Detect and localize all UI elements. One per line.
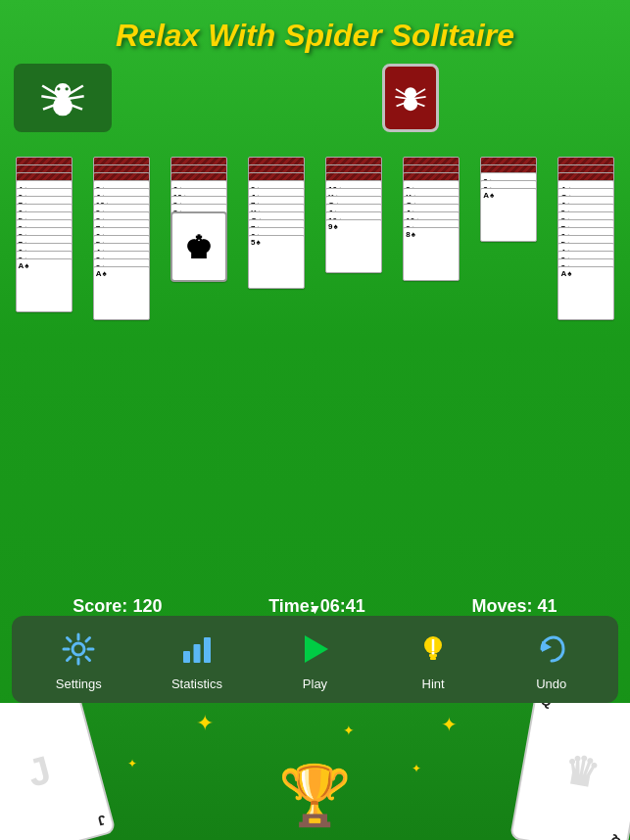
king-card[interactable]: ♚ — [170, 211, 227, 282]
settings-label: Settings — [56, 677, 102, 691]
svg-rect-25 — [430, 657, 436, 660]
spider-logo-green — [14, 64, 112, 132]
column-1: 4 3 7 6 5 9 8 7 6 2 A — [6, 157, 81, 387]
page-title: Relax With Spider Solitaire — [0, 0, 630, 64]
star-decoration: ✦ — [127, 757, 137, 770]
column-5: 10 K Q J 10 9 — [316, 157, 392, 387]
svg-point-9 — [66, 87, 69, 90]
undo-icon — [530, 628, 573, 671]
svg-point-8 — [57, 87, 60, 90]
undo-label: Undo — [536, 677, 566, 691]
settings-button[interactable]: Settings — [49, 628, 108, 691]
svg-rect-19 — [183, 651, 190, 663]
card-last[interactable]: 5 — [248, 235, 305, 289]
play-label: Play — [303, 677, 327, 691]
play-button[interactable]: Play — [285, 628, 344, 691]
svg-rect-20 — [193, 644, 200, 663]
spider-icon-green — [38, 73, 87, 122]
settings-icon — [57, 628, 100, 671]
column-6: 9 K Q J 10 9 8 — [394, 157, 469, 387]
card-last[interactable]: A — [480, 188, 537, 242]
spider-logo-red — [382, 64, 439, 132]
svg-point-27 — [432, 652, 435, 655]
statistics-button[interactable]: Statistics — [168, 628, 226, 691]
card-table: 4 3 7 6 5 9 8 7 6 2 A 8 J 10 9 — [6, 157, 624, 387]
statistics-label: Statistics — [171, 677, 222, 691]
hint-button[interactable]: Hint — [404, 628, 462, 691]
timer-arrow: ▼ — [309, 601, 322, 617]
game-area: 4 3 7 6 5 9 8 7 6 2 A 8 J 10 9 — [0, 64, 630, 592]
moves-display: Moves: 41 — [472, 596, 557, 617]
column-8: A Q J 9 8 7 6 5 4 3 2 A — [549, 157, 624, 387]
card-last[interactable]: A — [16, 258, 73, 312]
column-2: 8 J 10 9 8 7 6 5 4 3 2 A — [83, 157, 159, 387]
svg-marker-28 — [542, 641, 552, 652]
svg-point-18 — [73, 643, 84, 655]
score-display: Score: 120 — [73, 596, 162, 617]
app-container: Relax With Spider Solitaire — [0, 0, 630, 840]
card-last[interactable]: 9 — [325, 219, 382, 273]
spider-icon-red — [393, 80, 428, 116]
svg-marker-22 — [305, 635, 328, 663]
card-last[interactable]: 8 — [403, 227, 460, 281]
star-decoration: ✦ — [441, 713, 458, 736]
card-last[interactable]: A — [93, 266, 150, 320]
star-decoration: ✦ — [412, 762, 421, 775]
corner-card-right: Q Q ♛ — [509, 703, 630, 840]
star-decoration: ✦ — [196, 711, 214, 736]
column-7: 3 2 A — [471, 157, 547, 387]
column-4: 9 J 7 K Q 7 6 5 — [238, 157, 314, 387]
toolbar: Settings Statistics Play — [12, 616, 618, 703]
corner-card-left: J J J — [0, 703, 117, 840]
trophy-icon: 🏆 — [278, 761, 352, 830]
statistics-icon — [175, 628, 218, 671]
undo-button[interactable]: Undo — [522, 628, 581, 691]
star-decoration: ✦ — [343, 723, 355, 738]
svg-rect-21 — [204, 637, 211, 663]
column-3: 6 10 9 8 ♚ — [161, 157, 236, 387]
card-last[interactable]: A — [557, 266, 614, 320]
play-icon — [293, 628, 336, 671]
hint-label: Hint — [422, 677, 445, 691]
hint-icon — [412, 628, 455, 671]
bottom-decoration: ✦ ✦ ✦ ✦ ✦ ✦ ✦ 🏆 J J J Q Q ♛ — [0, 703, 630, 840]
